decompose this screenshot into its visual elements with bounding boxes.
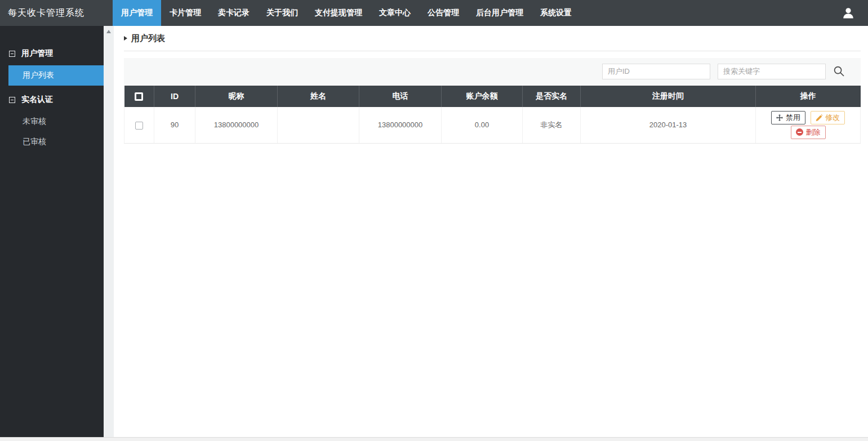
- magnifier-icon: [833, 65, 845, 77]
- sidebar-item-unreviewed[interactable]: 未审核: [0, 112, 104, 132]
- nav-item-card-management[interactable]: 卡片管理: [161, 0, 210, 26]
- horizontal-scrollbar[interactable]: [0, 437, 868, 441]
- column-header-registered: 注册时间: [581, 86, 756, 107]
- nav-item-admin-users[interactable]: 后台用户管理: [468, 0, 532, 26]
- top-bar: 每天收卡管理系统 用户管理 卡片管理 卖卡记录 关于我们 支付提现管理 文章中心…: [0, 0, 868, 26]
- sidebar-item-reviewed[interactable]: 已审核: [0, 132, 104, 152]
- scrollbar-up-arrow-icon[interactable]: [106, 30, 111, 33]
- table-header-row: ID 昵称 姓名 电话 账户余额 是否实名 注册时间 操作: [124, 86, 861, 107]
- vertical-scrollbar[interactable]: [104, 26, 114, 441]
- keyword-search-input[interactable]: [718, 64, 826, 79]
- sidebar-item-user-list[interactable]: 用户列表: [8, 65, 104, 86]
- sidebar-group-label: 实名认证: [21, 95, 53, 105]
- cell-name: [278, 107, 359, 143]
- user-table: ID 昵称 姓名 电话 账户余额 是否实名 注册时间 操作 90 1380000…: [124, 86, 861, 144]
- nav-item-user-management[interactable]: 用户管理: [113, 0, 161, 26]
- sidebar-group-realname-auth[interactable]: 实名认证: [0, 88, 104, 112]
- column-header-nickname: 昵称: [195, 86, 278, 107]
- nav-item-article-center[interactable]: 文章中心: [371, 0, 419, 26]
- column-header-id: ID: [154, 86, 195, 107]
- nav-item-payment-withdrawal[interactable]: 支付提现管理: [306, 0, 371, 26]
- sidebar-group-label: 用户管理: [21, 48, 53, 59]
- search-button[interactable]: [833, 65, 845, 77]
- delete-button[interactable]: 删除: [791, 126, 826, 139]
- column-header-verified: 是否实名: [523, 86, 581, 107]
- main-content: 用户列表 ID 昵称 姓: [114, 26, 868, 441]
- row-checkbox[interactable]: [135, 122, 143, 130]
- app-title: 每天收卡管理系统: [0, 0, 113, 26]
- table-row: 90 13800000000 13800000000 0.00 非实名 2020…: [124, 107, 861, 143]
- nav-item-about-us[interactable]: 关于我们: [258, 0, 306, 26]
- cell-id: 90: [154, 107, 195, 143]
- cell-phone: 13800000000: [359, 107, 442, 143]
- cell-registered: 2020-01-13: [581, 107, 756, 143]
- page-header: 用户列表: [124, 26, 861, 51]
- user-avatar-icon[interactable]: [842, 7, 854, 19]
- column-header-name: 姓名: [278, 86, 359, 107]
- cell-verified: 非实名: [523, 107, 581, 143]
- pencil-icon: [816, 114, 822, 121]
- cell-balance: 0.00: [442, 107, 523, 143]
- nav-item-card-sale-records[interactable]: 卖卡记录: [210, 0, 258, 26]
- select-all-checkbox[interactable]: [135, 92, 143, 101]
- sidebar-group-user-management[interactable]: 用户管理: [0, 42, 104, 65]
- column-header-actions: 操作: [756, 86, 861, 107]
- top-nav: 用户管理 卡片管理 卖卡记录 关于我们 支付提现管理 文章中心 公告管理 后台用…: [113, 0, 580, 26]
- row-actions: 禁用 修改 删除: [756, 111, 860, 139]
- minus-circle-icon: [796, 128, 803, 136]
- edit-button[interactable]: 修改: [811, 111, 845, 124]
- collapse-minus-icon: [9, 97, 15, 103]
- search-toolbar: [124, 58, 861, 84]
- cell-nickname: 13800000000: [195, 107, 278, 143]
- nav-item-announcement[interactable]: 公告管理: [419, 0, 468, 26]
- column-header-phone: 电话: [359, 86, 442, 107]
- sidebar: 用户管理 用户列表 实名认证 未审核 已审核: [0, 26, 104, 441]
- user-id-input[interactable]: [602, 64, 710, 79]
- collapse-minus-icon: [9, 51, 15, 57]
- column-header-balance: 账户余额: [442, 86, 523, 107]
- disable-button[interactable]: 禁用: [771, 111, 805, 124]
- nav-item-system-settings[interactable]: 系统设置: [532, 0, 580, 26]
- move-arrows-icon: [776, 114, 783, 121]
- page-title: 用户列表: [131, 33, 165, 44]
- caret-right-icon: [124, 36, 127, 41]
